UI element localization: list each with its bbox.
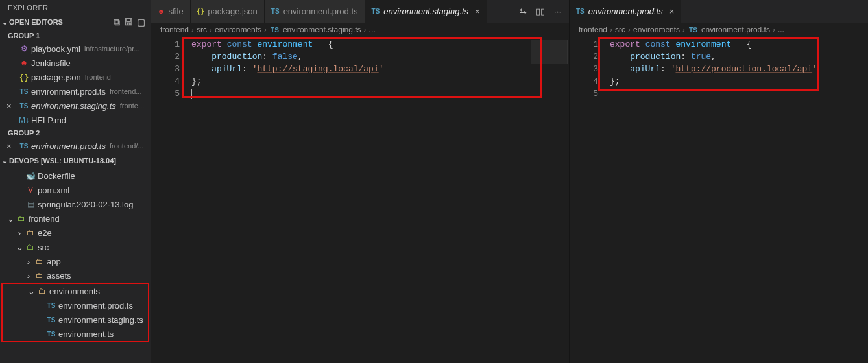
tree-item[interactable]: TSenvironment.staging.ts xyxy=(3,312,148,327)
chevron-icon: › xyxy=(16,228,23,238)
open-editor-item[interactable]: TSenvironment.prod.tsfrontend... xyxy=(0,84,151,99)
tree-label: Dockerfile xyxy=(38,171,75,181)
file-icon: 🗀 xyxy=(35,287,49,296)
chevron-icon: › xyxy=(25,257,32,266)
file-path: infrastructure/pr... xyxy=(84,45,140,53)
tab-label: sfile xyxy=(169,6,184,16)
file-path: frontend/... xyxy=(110,142,144,150)
file-icon: TS xyxy=(44,329,58,338)
breadcrumbs-left[interactable]: frontend› src› environments› TS environm… xyxy=(151,23,569,37)
file-icon: TS xyxy=(17,141,31,150)
editor-right-pane: TSenvironment.prod.ts× frontend› src› en… xyxy=(569,0,868,363)
file-icon: TS xyxy=(576,8,585,15)
file-icon: TS xyxy=(44,301,58,310)
close-icon[interactable]: × xyxy=(475,6,480,16)
breadcrumbs-right[interactable]: frontend› src› environments› TS environm… xyxy=(570,23,868,37)
tree-label: environments xyxy=(49,287,100,296)
file-icon: ⚙ xyxy=(17,44,31,53)
tree-item[interactable]: ⌄🗀src xyxy=(0,240,151,254)
file-icon: TS xyxy=(372,8,380,15)
tab-label: package.json xyxy=(208,6,258,16)
file-icon: { } xyxy=(197,8,204,15)
open-editor-item[interactable]: { }package.jsonfrontend xyxy=(0,70,151,84)
file-name: HELP.md xyxy=(31,115,66,125)
group-1-label: GROUP 1 xyxy=(0,30,151,41)
close-icon[interactable]: × xyxy=(6,141,17,151)
tree-item[interactable]: TSenvironment.prod.ts xyxy=(3,298,148,312)
open-editor-item[interactable]: ⚙playbook.ymlinfrastructure/pr... xyxy=(0,41,151,56)
file-path: frontend xyxy=(85,73,111,81)
compare-icon[interactable]: ⇆ xyxy=(520,6,527,16)
tabs-right: TSenvironment.prod.ts× xyxy=(570,0,868,23)
file-icon: TS xyxy=(271,8,280,15)
editor-tab[interactable]: ☻sfile xyxy=(151,0,191,23)
tree-item[interactable]: Vpom.xml xyxy=(0,183,151,197)
tab-label: environment.prod.ts xyxy=(283,6,358,16)
file-icon: ▤ xyxy=(23,200,38,209)
open-editor-item[interactable]: ×TSenvironment.staging.tsfronte... xyxy=(0,99,151,113)
file-name: package.json xyxy=(31,73,81,82)
explorer-sidebar: EXPLORER ⌄ OPEN EDITORS ⧉ 🖫 ▢ GROUP 1 ⚙p… xyxy=(0,0,151,363)
close-icon[interactable]: × xyxy=(669,6,675,16)
split-editor-icon[interactable]: ▯▯ xyxy=(536,6,545,16)
code-left[interactable]: 12345 export const environment = { produ… xyxy=(151,37,569,363)
editor-left-pane: ☻sfile{ }package.jsonTSenvironment.prod.… xyxy=(151,0,569,363)
editor-tab[interactable]: TSenvironment.staging.ts× xyxy=(365,0,487,23)
open-editor-item[interactable]: M↓HELP.md xyxy=(0,113,151,127)
environments-highlight-box: ⌄🗀environments TSenvironment.prod.tsTSen… xyxy=(1,283,149,342)
tree-label: frontend xyxy=(29,214,60,224)
editors-area: ☻sfile{ }package.jsonTSenvironment.prod.… xyxy=(151,0,868,363)
file-icon: 🗀 xyxy=(23,228,38,237)
tabs-left: ☻sfile{ }package.jsonTSenvironment.prod.… xyxy=(151,0,569,23)
editor-tab[interactable]: { }package.json xyxy=(191,0,265,23)
chevron-icon: ⌄ xyxy=(6,214,14,224)
tree-item[interactable]: ⌄🗀environments xyxy=(3,284,148,298)
tab-label: environment.staging.ts xyxy=(383,6,468,16)
file-icon: 🗀 xyxy=(32,257,47,266)
tree-item[interactable]: ⌄🗀frontend xyxy=(0,211,151,226)
file-icon: 🗀 xyxy=(14,214,29,223)
open-editor-item[interactable]: ×TSenvironment.prod.tsfrontend/... xyxy=(0,139,151,153)
tree-item[interactable]: 🐋Dockerfile xyxy=(0,169,151,183)
toggle-layout-icon[interactable]: ▢ xyxy=(137,18,145,27)
tree-label: springular.2020-02-13.log xyxy=(38,200,133,209)
tree-item[interactable]: TSenvironment.ts xyxy=(3,327,148,341)
ts-icon: TS xyxy=(689,27,697,34)
tree-item[interactable]: ›🗀app xyxy=(0,254,151,268)
code-highlight-box xyxy=(598,37,819,91)
open-editor-item[interactable]: ☻Jenkinsfile xyxy=(0,56,151,70)
file-name: Jenkinsfile xyxy=(31,58,71,68)
more-icon[interactable]: ··· xyxy=(554,6,561,16)
tree-label: environment.staging.ts xyxy=(58,315,143,325)
file-name: environment.prod.ts xyxy=(31,141,106,151)
chevron-icon: ⌄ xyxy=(16,242,23,252)
file-icon: M↓ xyxy=(17,115,31,124)
chevron-icon: › xyxy=(25,271,32,281)
save-all-icon[interactable]: 🖫 xyxy=(124,18,133,27)
group-2-label: GROUP 2 xyxy=(0,127,151,139)
editor-tab[interactable]: TSenvironment.prod.ts× xyxy=(570,0,681,23)
chevron-down-icon: ⌄ xyxy=(0,18,9,27)
code-right[interactable]: 12345 export const environment = { produ… xyxy=(570,37,868,363)
tab-label: environment.prod.ts xyxy=(588,6,663,16)
tree-item[interactable]: ▤springular.2020-02-13.log xyxy=(0,197,151,211)
file-name: playbook.yml xyxy=(31,44,80,54)
tree-label: assets xyxy=(47,271,71,281)
tree-item[interactable]: ›🗀e2e xyxy=(0,226,151,240)
file-icon: ☻ xyxy=(17,58,31,67)
new-untitled-icon[interactable]: ⧉ xyxy=(114,18,120,27)
file-path: frontend... xyxy=(110,88,142,95)
tree-label: e2e xyxy=(38,228,52,238)
close-icon[interactable]: × xyxy=(6,101,17,111)
tree-label: app xyxy=(47,257,61,266)
workspace-label: DEVOPS [WSL: UBUNTU-18.04] xyxy=(9,157,116,165)
tree-label: src xyxy=(38,242,49,252)
tree-item[interactable]: ›🗀assets xyxy=(0,268,151,283)
file-icon: ☻ xyxy=(158,8,165,15)
explorer-title: EXPLORER xyxy=(0,0,151,14)
file-icon: V xyxy=(23,185,38,194)
tree-label: pom.xml xyxy=(38,185,69,195)
workspace-header[interactable]: ⌄ DEVOPS [WSL: UBUNTU-18.04] xyxy=(0,153,151,169)
open-editors-header[interactable]: ⌄ OPEN EDITORS ⧉ 🖫 ▢ xyxy=(0,14,151,30)
editor-tab[interactable]: TSenvironment.prod.ts xyxy=(265,0,365,23)
